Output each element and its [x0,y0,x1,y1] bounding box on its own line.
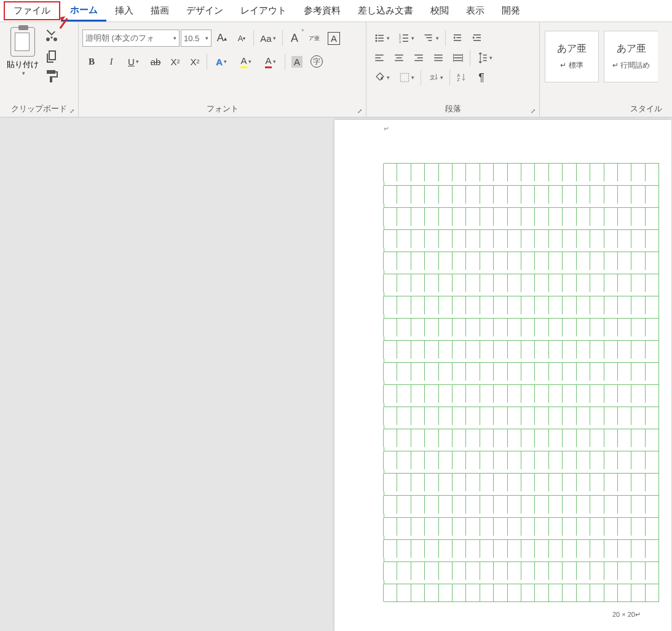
cut-button[interactable] [44,30,59,44]
font-launcher[interactable]: ⤢ [355,106,364,115]
distributed-button[interactable] [449,49,467,66]
paragraph-launcher[interactable]: ⤢ [529,106,537,115]
chevron-down-icon: ▾ [205,35,208,41]
shading-button[interactable]: ▾ [370,69,393,86]
character-border-button[interactable]: A [325,30,343,47]
sort-button[interactable]: AZ [453,69,471,86]
character-shading-button[interactable]: A [288,53,306,70]
shrink-font-button[interactable]: A▾ [232,30,251,47]
tab-insert[interactable]: 挿入 [106,1,142,20]
change-case-button[interactable]: Aa▾ [256,30,280,47]
svg-rect-35 [454,60,462,62]
paste-label: 貼り付け [7,59,39,70]
chevron-down-icon: ▾ [411,74,414,81]
enclose-characters-button[interactable]: 字 [307,53,326,70]
chevron-down-icon: ▾ [387,35,390,41]
chevron-down-icon: ▾ [173,35,176,41]
svg-text:A: A [457,73,461,77]
tab-design[interactable]: デザイン [178,1,232,20]
svg-rect-15 [454,34,461,36]
style-sample: あア亜 [557,42,587,55]
svg-rect-7 [403,34,408,36]
svg-rect-33 [454,55,462,56]
copy-button[interactable] [44,49,59,64]
chevron-down-icon: ▾ [411,35,414,41]
justify-button[interactable] [429,49,448,66]
document-page[interactable]: ↵ 20 × 20↵ [334,120,671,631]
chevron-down-icon: ▾ [273,35,276,41]
svg-rect-5 [378,41,384,42]
superscript-button[interactable]: X2 [186,53,204,70]
svg-text:文: 文 [430,74,435,81]
font-name-select[interactable]: 游明朝 (本文のフォ▾ [82,30,180,47]
format-painter-button[interactable] [44,69,59,84]
svg-rect-25 [397,57,402,58]
tab-mailings[interactable]: 差し込み文書 [349,1,422,20]
svg-rect-13 [426,38,432,39]
group-label-paragraph: 段落 [370,102,536,116]
svg-rect-23 [375,60,384,62]
tab-file[interactable]: ファイル [4,1,60,20]
separator [470,50,470,66]
line-spacing-button[interactable]: ▾ [473,49,496,66]
group-label-clipboard: クリップボード [4,102,74,116]
tab-draw[interactable]: 描画 [142,1,178,20]
ruby-button[interactable]: ア亜 [305,30,323,47]
borders-button[interactable]: ▾ [395,69,418,86]
svg-rect-37 [483,57,486,58]
numbering-button[interactable]: 123▾ [395,30,418,47]
svg-text:3: 3 [399,40,401,44]
svg-rect-16 [457,38,462,39]
separator [253,30,254,46]
svg-rect-32 [434,60,443,62]
style-normal[interactable]: あア亜 ↵ 標準 [545,31,599,82]
svg-rect-21 [375,55,384,56]
group-styles: あア亜 ↵ 標準 あア亜 ↵ 行間詰め スタイル [540,22,672,117]
svg-rect-17 [454,40,461,41]
subscript-button[interactable]: X2 [166,53,184,70]
highlight-button[interactable]: A▾ [234,53,258,70]
ribbon-tabs: ファイル ホーム 挿入 描画 デザイン レイアウト 参考資料 差し込み文書 校閲… [0,0,672,22]
separator [282,30,283,46]
page-viewport[interactable]: ↵ 20 × 20↵ [334,117,672,631]
tab-layout[interactable]: レイアウト [232,1,295,20]
svg-rect-19 [476,38,481,39]
decrease-indent-button[interactable] [448,30,467,47]
paste-button[interactable]: 貼り付け ▾ [4,25,42,102]
italic-button[interactable]: I [102,53,121,70]
svg-point-0 [375,34,377,36]
svg-rect-20 [473,40,481,41]
svg-point-2 [375,38,377,39]
show-marks-button[interactable]: ¶ [472,69,491,86]
genkou-grid [384,163,659,602]
text-effects-button[interactable]: A▾ [210,53,233,70]
svg-rect-26 [395,60,403,62]
text-direction-button[interactable]: 文▾ [424,69,447,86]
underline-button[interactable]: U▾ [122,53,145,70]
style-name-nospacing: ↵ 行間詰め [612,60,650,71]
group-label-styles: スタイル [544,102,668,116]
svg-point-4 [375,40,377,42]
separator [421,69,421,85]
bold-button[interactable]: B [82,53,101,70]
font-color-button[interactable]: A▾ [259,53,282,70]
chevron-down-icon: ▾ [436,35,439,41]
bullets-button[interactable]: ▾ [370,30,393,47]
increase-indent-button[interactable] [468,30,486,47]
align-center-button[interactable] [390,49,408,66]
phonetic-guide-button[interactable]: Aᵇ [285,30,304,47]
clipboard-launcher[interactable]: ⤢ [68,106,76,115]
tab-references[interactable]: 参考資料 [295,1,349,20]
paragraph-mark: ↵ [384,125,389,133]
multilevel-list-button[interactable]: ▾ [419,30,443,47]
tab-view[interactable]: 表示 [457,1,493,20]
tab-developer[interactable]: 開発 [493,1,529,20]
strikethrough-button[interactable]: ab [146,53,165,70]
tab-home[interactable]: ホーム [61,1,106,22]
grow-font-button[interactable]: A▴ [213,30,231,47]
style-no-spacing[interactable]: あア亜 ↵ 行間詰め [604,31,658,82]
font-size-select[interactable]: 10.5▾ [181,30,211,47]
align-right-button[interactable] [409,49,428,66]
align-left-button[interactable] [370,49,389,66]
tab-review[interactable]: 校閲 [422,1,457,20]
